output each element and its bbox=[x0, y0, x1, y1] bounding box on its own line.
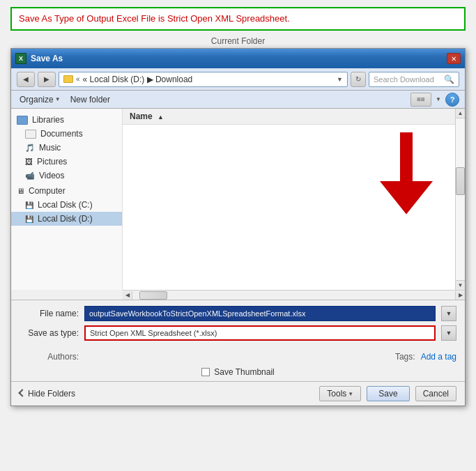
path-bar[interactable]: « « Local Disk (D:) ▶ Download ▼ bbox=[59, 72, 348, 87]
libraries-icon bbox=[17, 116, 28, 125]
refresh-button[interactable]: ↻ bbox=[351, 72, 366, 87]
svg-marker-0 bbox=[378, 132, 434, 215]
sidebar-label-pictures: Pictures bbox=[37, 157, 67, 167]
sidebar-item-pictures[interactable]: 🖼 Pictures bbox=[11, 155, 122, 169]
title-bar-left: X Save As bbox=[15, 53, 63, 64]
computer-icon: 🖥 bbox=[17, 187, 24, 195]
sidebar-label-computer: Computer bbox=[29, 186, 66, 196]
toolbar2-left: Organize ▼ New folder bbox=[17, 93, 113, 106]
savetype-dropdown[interactable]: ▼ bbox=[441, 325, 456, 341]
documents-icon bbox=[25, 130, 36, 139]
close-button[interactable]: ✕ bbox=[447, 53, 461, 64]
sidebar-item-videos[interactable]: 📹 Videos bbox=[11, 169, 122, 183]
path-text: « Local Disk (D:) ▶ Download bbox=[83, 75, 193, 84]
organize-button[interactable]: Organize ▼ bbox=[17, 93, 63, 106]
toolbar2-right: ≡≡ ▼ ? bbox=[410, 93, 459, 107]
title-bar: X Save As ✕ bbox=[11, 49, 465, 68]
save-as-dialog: X Save As ✕ ◀ ▶ « « Local Disk (D:) ▶ Do… bbox=[10, 48, 466, 406]
file-panel: Name ▲ bbox=[123, 109, 455, 290]
organize-dropdown-icon: ▼ bbox=[55, 96, 61, 102]
search-placeholder: Search Download bbox=[374, 75, 441, 84]
path-arrow: « bbox=[76, 75, 80, 83]
tools-button[interactable]: Tools ▼ bbox=[319, 386, 361, 401]
organize-label: Organize bbox=[20, 95, 54, 105]
sidebar-item-libraries[interactable]: Libraries bbox=[11, 113, 122, 127]
hide-folders-icon bbox=[18, 389, 26, 396]
current-folder-label: Current Folder bbox=[0, 36, 476, 46]
view-button[interactable]: ≡≡ bbox=[410, 93, 431, 107]
thumbnail-checkbox[interactable] bbox=[201, 368, 210, 376]
metadata-row: Authors: Tags: Add a tag bbox=[11, 350, 465, 363]
new-folder-button[interactable]: New folder bbox=[68, 93, 113, 106]
horizontal-scrollbar[interactable]: ◀ ▶ bbox=[123, 290, 465, 300]
scrollbar-h-thumb[interactable] bbox=[139, 291, 167, 300]
sidebar-item-local-d[interactable]: 💾 Local Disk (D:) bbox=[11, 212, 122, 226]
hide-folders-button[interactable]: Hide Folders bbox=[20, 389, 75, 399]
thumbnail-label: Save Thumbnail bbox=[214, 367, 275, 377]
savetype-input[interactable] bbox=[84, 325, 436, 341]
sidebar-label-music: Music bbox=[39, 143, 61, 153]
sidebar-item-computer[interactable]: 🖥 Computer bbox=[11, 184, 122, 198]
disk-c-icon: 💾 bbox=[25, 201, 33, 209]
filename-row: File name: ▼ bbox=[20, 306, 456, 321]
vertical-scrollbar[interactable]: ▲ ▼ bbox=[455, 109, 465, 290]
cancel-button[interactable]: Cancel bbox=[415, 386, 456, 401]
file-list-header: Name ▲ bbox=[123, 109, 455, 125]
music-icon: 🎵 bbox=[25, 144, 35, 153]
help-button[interactable]: ? bbox=[445, 93, 459, 107]
forward-button[interactable]: ▶ bbox=[38, 72, 56, 87]
name-column-header: Name bbox=[130, 111, 153, 121]
back-button[interactable]: ◀ bbox=[17, 72, 35, 87]
thumbnail-row: Save Thumbnail bbox=[11, 363, 465, 381]
command-toolbar: Organize ▼ New folder ≡≡ ▼ ? bbox=[11, 91, 465, 109]
sidebar-label-videos: Videos bbox=[39, 171, 64, 180]
view-dropdown-icon: ▼ bbox=[436, 96, 441, 102]
search-icon: 🔍 bbox=[444, 75, 454, 84]
file-list-body bbox=[123, 125, 455, 264]
add-tag-link[interactable]: Add a tag bbox=[421, 352, 456, 362]
excel-icon: X bbox=[15, 53, 26, 64]
folder-icon bbox=[63, 75, 73, 83]
sidebar: Libraries Documents 🎵 Music 🖼 Pictures 📹… bbox=[11, 109, 123, 290]
dialog-title: Save As bbox=[31, 54, 63, 63]
tags-label: Tags: bbox=[395, 352, 415, 362]
path-dropdown-icon: ▼ bbox=[337, 76, 343, 83]
sidebar-item-local-c[interactable]: 💾 Local Disk (C:) bbox=[11, 198, 122, 212]
sidebar-label-libraries: Libraries bbox=[32, 115, 64, 125]
filename-label: File name: bbox=[20, 309, 79, 318]
sidebar-item-music[interactable]: 🎵 Music bbox=[11, 141, 122, 155]
videos-icon: 📹 bbox=[25, 171, 35, 180]
savetype-label: Save as type: bbox=[20, 328, 79, 338]
sort-icon: ▲ bbox=[158, 114, 164, 121]
title-bar-controls: ✕ bbox=[447, 53, 461, 64]
scrollbar-track bbox=[456, 118, 465, 280]
filename-input[interactable] bbox=[84, 306, 436, 321]
savetype-row: Save as type: ▼ bbox=[20, 325, 456, 341]
action-buttons: Tools ▼ Save Cancel bbox=[319, 386, 456, 401]
annotation-box: Save As Type of Output Excel File is Str… bbox=[10, 7, 466, 31]
authors-label: Authors: bbox=[20, 352, 79, 362]
content-area: Libraries Documents 🎵 Music 🖼 Pictures 📹… bbox=[11, 109, 465, 290]
hide-folders-label: Hide Folders bbox=[28, 389, 75, 399]
tools-dropdown-icon: ▼ bbox=[348, 391, 353, 397]
scrollbar-thumb[interactable] bbox=[456, 167, 465, 195]
sidebar-item-documents[interactable]: Documents bbox=[11, 127, 122, 141]
tools-label: Tools bbox=[327, 389, 346, 399]
sidebar-label-local-d: Local Disk (D:) bbox=[38, 214, 93, 224]
red-arrow-annotation bbox=[364, 132, 448, 222]
navigation-toolbar: ◀ ▶ « « Local Disk (D:) ▶ Download ▼ ↻ S… bbox=[11, 68, 465, 91]
search-box[interactable]: Search Download 🔍 bbox=[369, 72, 459, 87]
sidebar-label-local-c: Local Disk (C:) bbox=[38, 200, 93, 210]
disk-d-icon: 💾 bbox=[25, 215, 33, 223]
action-bar: Hide Folders Tools ▼ Save Cancel bbox=[11, 381, 465, 406]
pictures-icon: 🖼 bbox=[25, 157, 33, 166]
save-button[interactable]: Save bbox=[367, 386, 409, 401]
filename-dropdown[interactable]: ▼ bbox=[441, 306, 456, 321]
sidebar-label-documents: Documents bbox=[40, 129, 83, 139]
file-list: Name ▲ bbox=[123, 109, 455, 290]
form-area: File name: ▼ Save as type: ▼ bbox=[11, 300, 465, 350]
